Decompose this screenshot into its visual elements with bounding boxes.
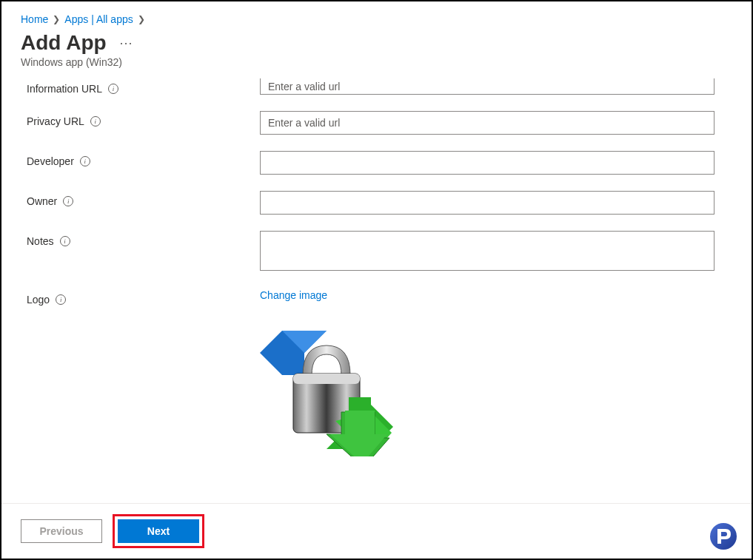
watermark-logo <box>709 522 738 551</box>
breadcrumb: Home ❯ Apps | All apps ❯ <box>21 13 732 25</box>
form-area: Information URL i Privacy URL i Develope… <box>1 74 752 488</box>
chevron-right-icon: ❯ <box>53 14 60 24</box>
info-icon[interactable]: i <box>60 236 70 246</box>
label-text: Developer <box>27 155 74 167</box>
field-label: Owner i <box>27 191 260 207</box>
notes-input[interactable] <box>260 231 714 271</box>
info-icon[interactable]: i <box>56 294 66 305</box>
info-icon[interactable]: i <box>63 196 73 206</box>
information-url-input[interactable] <box>260 78 714 95</box>
privacy-url-input[interactable] <box>260 111 714 135</box>
info-icon[interactable]: i <box>108 84 118 94</box>
page-subtitle: Windows app (Win32) <box>21 56 732 68</box>
p-logo-icon <box>709 522 738 551</box>
label-text: Privacy URL <box>27 115 84 127</box>
field-row-privacy-url: Privacy URL i <box>27 111 732 135</box>
field-row-developer: Developer i <box>27 151 732 175</box>
previous-button[interactable]: Previous <box>21 519 102 543</box>
field-label: Privacy URL i <box>27 111 260 127</box>
field-label: Developer i <box>27 151 260 167</box>
page-header: Home ❯ Apps | All apps ❯ Add App ··· Win… <box>1 1 752 74</box>
developer-input[interactable] <box>260 151 714 175</box>
next-button[interactable]: Next <box>118 519 199 543</box>
label-text: Notes <box>27 235 54 247</box>
info-icon[interactable]: i <box>80 156 90 166</box>
field-label: Information URL i <box>27 78 260 95</box>
more-actions-icon[interactable]: ··· <box>120 36 133 51</box>
change-image-link[interactable]: Change image <box>260 289 327 301</box>
label-text: Logo <box>27 294 50 306</box>
svg-rect-4 <box>293 374 360 384</box>
field-row-logo: Logo i Change image <box>27 289 732 456</box>
winscp-logo-icon <box>260 323 393 456</box>
owner-input[interactable] <box>260 191 714 215</box>
page-title: Add App <box>21 31 107 55</box>
field-label: Notes i <box>27 231 260 247</box>
next-button-highlight: Next <box>113 514 204 548</box>
field-row-notes: Notes i <box>27 231 732 273</box>
info-icon[interactable]: i <box>90 116 101 126</box>
field-label: Logo i <box>27 289 260 306</box>
field-row-owner: Owner i <box>27 191 732 215</box>
field-row-information-url: Information URL i <box>27 78 732 95</box>
breadcrumb-apps[interactable]: Apps | All apps <box>64 13 133 25</box>
wizard-footer: Previous Next <box>1 503 752 559</box>
app-logo-preview <box>260 323 393 456</box>
chevron-right-icon: ❯ <box>138 14 145 24</box>
breadcrumb-home[interactable]: Home <box>21 13 48 25</box>
svg-marker-1 <box>260 331 282 375</box>
label-text: Information URL <box>27 83 102 95</box>
label-text: Owner <box>27 195 57 207</box>
